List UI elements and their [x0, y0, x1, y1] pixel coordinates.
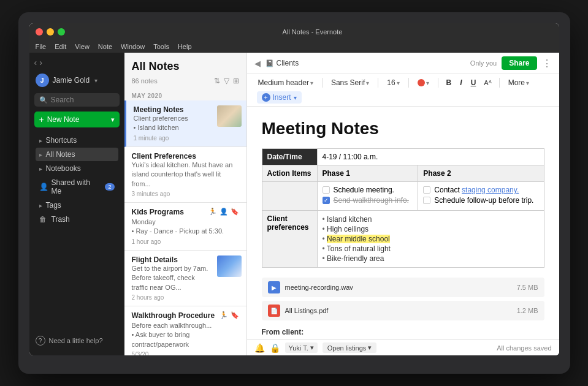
editor-top-bar: ◀ 📓 Clients Only you Share ⋮ [247, 53, 559, 74]
note-icon-run: 🏃 [208, 208, 217, 216]
audio-icon: ▶ [268, 281, 280, 293]
menu-edit[interactable]: Edit [55, 43, 66, 50]
minimize-button[interactable] [47, 28, 54, 36]
close-button[interactable] [36, 28, 43, 36]
note-item-flight-details[interactable]: Flight Details Get to the airport by 7am… [124, 251, 246, 306]
breadcrumb-text: Clients [277, 59, 299, 67]
sidebar-item-shared[interactable]: 👤 Shared with Me 2 [36, 176, 118, 198]
open-listings-button[interactable]: Open listings ▾ [323, 342, 377, 353]
forward-arrow[interactable]: › [39, 58, 42, 67]
sidebar-item-all-notes[interactable]: ▸ All Notes [36, 148, 118, 161]
filter-icon[interactable]: ▽ [224, 77, 229, 85]
editor-top-right: Only you Share ⋮ [470, 56, 552, 70]
staging-link[interactable]: staging company. [462, 186, 519, 194]
separator [438, 78, 438, 88]
italic-button[interactable]: I [457, 77, 465, 88]
task-send-walkthrough[interactable]: ✓ Send-walkthrough-info. [323, 196, 413, 205]
bell-icon[interactable]: 🔔 [254, 343, 265, 353]
color-dot [418, 79, 425, 86]
user-chevron: ▾ [310, 344, 314, 352]
style-label: Medium header [258, 78, 309, 87]
menu-tools[interactable]: Tools [153, 43, 169, 50]
user-tag[interactable]: Yuki T. ▾ [285, 342, 318, 353]
attachments-section: ▶ meeting-recording.wav 7.5 MB 📄 All Lis… [262, 278, 544, 320]
separator [408, 78, 409, 88]
more-options-icon[interactable]: ⋮ [542, 58, 552, 69]
note-header: Kids Programs 🏃 👤 🔖 [132, 208, 239, 216]
attach-name: meeting-recording.wav [285, 284, 512, 291]
note-icon-tag: 🔖 [231, 208, 239, 216]
attachment-pdf[interactable]: 📄 All Listings.pdf 1.2 MB [262, 301, 544, 320]
sidebar-item-tags[interactable]: ▸ Tags [36, 199, 118, 212]
listings-chevron: ▾ [368, 344, 372, 352]
note-title: Client Preferences [132, 152, 239, 161]
search-bar[interactable]: 🔍 Search [34, 93, 120, 107]
task-label: Schedule follow-up before trip. [434, 196, 533, 205]
menu-help[interactable]: Help [178, 43, 192, 50]
avatar: J [36, 74, 49, 87]
note-icon-tag: 🔖 [231, 311, 239, 319]
share-button[interactable]: Share [502, 56, 536, 70]
date-time-value[interactable]: 4-19 / 11:00 a.m. [317, 149, 544, 165]
more-button[interactable]: More ▾ [505, 77, 533, 89]
note-item-meeting-notes[interactable]: Meeting Notes Client preferences• Island… [124, 100, 246, 147]
sidebar-item-shortcuts[interactable]: ▸ Shortcuts [36, 134, 118, 147]
bottom-bar-left: 🔔 🔒 Yuki T. ▾ Open listings ▾ [254, 342, 377, 353]
menu-file[interactable]: File [36, 43, 47, 50]
note-item-walkthrough[interactable]: Walkthrough Procedure 🏃 🔖 Before each wa… [124, 306, 246, 355]
note-item-kids-programs[interactable]: Kids Programs 🏃 👤 🔖 Monday• Ray - Dance … [124, 203, 246, 251]
note-title: Flight Details [132, 255, 213, 264]
profile-section[interactable]: J Jamie Gold ▾ [29, 71, 124, 89]
nav-arrows: ‹ › [29, 58, 124, 67]
grid-icon[interactable]: ⊞ [233, 77, 239, 85]
new-note-button[interactable]: + New Note ▾ [34, 112, 120, 127]
color-picker[interactable]: ▾ [414, 77, 433, 88]
search-icon: 🔍 [39, 96, 48, 104]
menu-view[interactable]: View [75, 43, 90, 50]
checkbox-followup[interactable] [423, 197, 430, 204]
bold-button[interactable]: B [443, 77, 455, 88]
note-item-client-prefs[interactable]: Client Preferences Yuki's ideal kitchen.… [124, 147, 246, 203]
sort-icon[interactable]: ⇅ [214, 77, 220, 85]
phase2-tasks: Contact staging company. Schedule follow… [418, 182, 544, 211]
menu-note[interactable]: Note [98, 43, 112, 50]
note-main-title[interactable]: Meeting Notes [262, 119, 544, 138]
task-contact-staging[interactable]: Contact staging company. [423, 186, 538, 194]
task-label: Contact staging company. [434, 186, 519, 194]
editor-bottom-bar: 🔔 🔒 Yuki T. ▾ Open listings ▾ All change… [247, 339, 559, 355]
attach-name: All Listings.pdf [285, 307, 512, 314]
underline-button[interactable]: U [468, 77, 479, 88]
insert-button[interactable]: + Insert ▾ [257, 91, 302, 104]
lock-icon[interactable]: 🔒 [270, 343, 280, 353]
checkbox-walkthrough[interactable]: ✓ [323, 197, 330, 204]
size-selector[interactable]: 16 ▾ [383, 77, 403, 89]
font-selector[interactable]: Sans Serif ▾ [327, 77, 373, 89]
notes-list-title: All Notes [132, 60, 239, 73]
screen: All Notes - Evernote File Edit View Note… [29, 23, 559, 355]
note-time: 1 minute ago [134, 135, 213, 142]
checkbox-staging[interactable] [423, 186, 430, 194]
maximize-button[interactable] [58, 28, 65, 36]
highlighted-pref: Near middle school [327, 235, 390, 243]
font-size-button[interactable]: Aᴬ [481, 78, 494, 88]
style-selector[interactable]: Medium header ▾ [254, 77, 317, 89]
help-button[interactable]: ? Need a little help? [36, 336, 118, 346]
sidebar-item-trash[interactable]: 🗑 Trash [36, 213, 118, 226]
client-pref-values: Island kitchen High ceilings Near middle… [317, 211, 544, 268]
note-preview: Yuki's ideal kitchen. Must have an islan… [132, 161, 239, 189]
table-row-client-pref: Client preferences Island kitchen High c… [262, 211, 544, 268]
task-followup[interactable]: Schedule follow-up before trip. [423, 196, 538, 205]
separator [499, 78, 500, 88]
help-icon: ? [36, 336, 45, 346]
back-icon[interactable]: ◀ [254, 59, 261, 68]
task-schedule-meeting[interactable]: Schedule meeting. [323, 186, 413, 194]
note-preview: Before each walkthrough...• Ask buyer to… [132, 321, 239, 349]
note-time: 5/3/20 [132, 351, 239, 355]
sidebar-item-notebooks[interactable]: ▸ Notebooks [36, 162, 118, 175]
separator [322, 78, 323, 88]
checkbox-schedule[interactable] [323, 186, 330, 194]
attachment-wav[interactable]: ▶ meeting-recording.wav 7.5 MB [262, 278, 544, 297]
menu-window[interactable]: Window [121, 43, 145, 50]
sidebar-item-label: Shared with Me [52, 178, 102, 195]
back-arrow[interactable]: ‹ [34, 58, 37, 67]
